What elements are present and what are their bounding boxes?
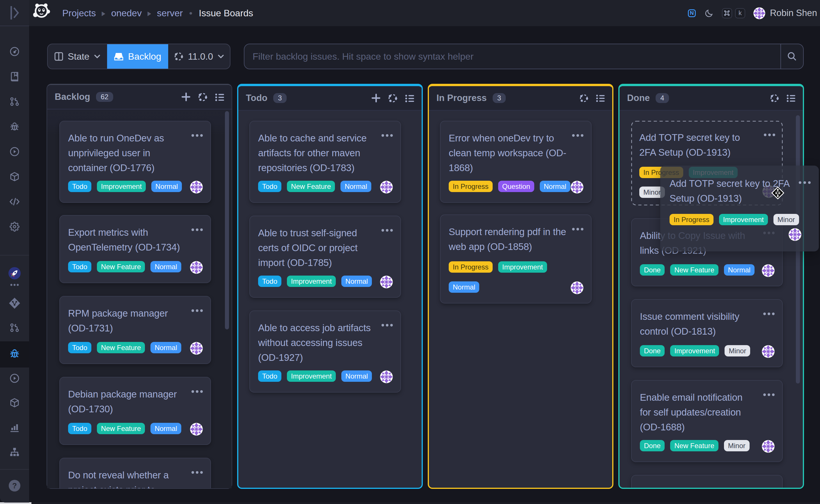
svg-text:?: ? <box>12 481 17 490</box>
